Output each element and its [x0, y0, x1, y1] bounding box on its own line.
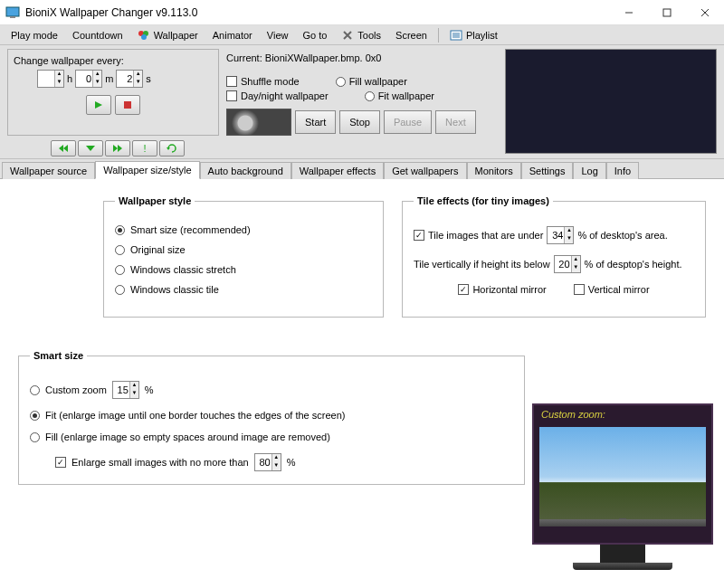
- smart-fit-label: Fit (enlarge image until one border touc…: [45, 410, 345, 421]
- close-button[interactable]: [686, 0, 724, 25]
- interval-label: Change wallpaper every:: [14, 55, 213, 66]
- tab-log[interactable]: Log: [573, 162, 605, 179]
- wallpaper-icon: [138, 29, 150, 42]
- tile-under-spinner[interactable]: ▲▼: [547, 226, 574, 244]
- style-smart-radio[interactable]: Smart size (recommended): [115, 224, 372, 235]
- stop-media-button[interactable]: [115, 95, 140, 115]
- enlarge-label: Enlarge small images with no more than: [71, 457, 249, 468]
- svg-marker-13: [95, 101, 102, 109]
- play-button[interactable]: [86, 95, 111, 115]
- minimize-button[interactable]: [610, 0, 648, 25]
- svg-rect-0: [6, 7, 19, 16]
- shuffle-label: Shuffle mode: [241, 76, 300, 87]
- menu-tools[interactable]: Tools: [334, 27, 388, 43]
- mid-column: Current: BioniXWallpaper.bmp. 0x0 Shuffl…: [226, 49, 498, 155]
- tile-under-checkbox[interactable]: ✓: [414, 230, 424, 241]
- smart-size-group: Smart size Custom zoom ▲▼ % Fit (enlarge…: [18, 350, 525, 485]
- smart-fill-label: Fill (enlarge image so empty spaces arou…: [45, 432, 330, 442]
- menu-screen[interactable]: Screen: [388, 28, 434, 43]
- nav-first-button[interactable]: [51, 140, 76, 156]
- menu-wallpaper[interactable]: Wallpaper: [130, 27, 205, 43]
- seconds-spinner[interactable]: ▲▼: [116, 70, 143, 88]
- svg-marker-17: [86, 146, 95, 151]
- tape-graphic: [226, 109, 291, 136]
- shuffle-checkbox[interactable]: Shuffle mode: [226, 76, 300, 87]
- menu-wallpaper-label: Wallpaper: [154, 30, 198, 41]
- menu-playlist[interactable]: Playlist: [443, 27, 505, 43]
- menu-play-mode[interactable]: Play mode: [4, 28, 65, 43]
- smart-fill-radio[interactable]: Fill (enlarge image so empty spaces arou…: [30, 432, 513, 442]
- interval-group: Change wallpaper every: ▲▼ h ▲▼ m ▲▼ s: [7, 49, 219, 136]
- style-original-label: Original size: [130, 244, 186, 255]
- vmirror-checkbox[interactable]: Vertical mirror: [574, 284, 650, 295]
- tab-auto-background[interactable]: Auto background: [200, 162, 291, 179]
- svg-rect-14: [124, 101, 131, 109]
- pause-button[interactable]: Pause: [384, 110, 432, 134]
- start-button[interactable]: Start: [295, 110, 336, 134]
- nav-warn-button[interactable]: !: [132, 140, 157, 156]
- tab-info[interactable]: Info: [606, 162, 639, 179]
- enlarge-spinner[interactable]: ▲▼: [254, 453, 281, 471]
- smart-custom-radio[interactable]: Custom zoom ▲▼ %: [30, 381, 513, 399]
- stop-button[interactable]: Stop: [339, 110, 380, 134]
- nav-last-button[interactable]: [105, 140, 130, 156]
- fill-label: Fill wallpaper: [349, 76, 407, 87]
- playlist-icon: [450, 29, 462, 42]
- wallpaper-style-group: Wallpaper style Smart size (recommended)…: [103, 195, 384, 318]
- vmirror-label: Vertical mirror: [588, 284, 650, 295]
- wallpaper-style-legend: Wallpaper style: [115, 195, 195, 206]
- next-button[interactable]: Next: [435, 110, 476, 134]
- smart-custom-spinner[interactable]: ▲▼: [112, 381, 139, 399]
- style-classic-stretch-radio[interactable]: Windows classic stretch: [115, 264, 372, 275]
- monitor-preview: Custom zoom:: [532, 403, 713, 570]
- svg-point-8: [141, 34, 147, 40]
- seconds-label: s: [146, 73, 151, 84]
- tab-wallpaper-source[interactable]: Wallpaper source: [2, 162, 95, 179]
- pct-label-1: %: [145, 384, 154, 395]
- minutes-spinner[interactable]: ▲▼: [75, 70, 102, 88]
- menu-view[interactable]: View: [260, 28, 296, 43]
- tab-settings[interactable]: Settings: [521, 162, 574, 179]
- hmirror-checkbox[interactable]: ✓Horizontal mirror: [458, 284, 546, 295]
- daynight-label: Day/night wallpaper: [241, 90, 329, 101]
- menu-tools-label: Tools: [357, 30, 381, 41]
- tab-wallpaper-effects[interactable]: Wallpaper effects: [291, 162, 384, 179]
- daynight-checkbox[interactable]: Day/night wallpaper: [226, 90, 329, 101]
- tab-wallpaper-size-style[interactable]: Wallpaper size/style: [95, 161, 199, 179]
- style-classic-tile-radio[interactable]: Windows classic tile: [115, 284, 372, 295]
- menu-goto[interactable]: Go to: [295, 28, 334, 43]
- svg-rect-1: [10, 16, 15, 18]
- hmirror-label: Horizontal mirror: [472, 284, 546, 295]
- smart-custom-label: Custom zoom: [45, 384, 107, 395]
- enlarge-checkbox[interactable]: ✓: [55, 457, 66, 468]
- tile-under-label-b: % of desktop's area.: [577, 230, 667, 241]
- menu-separator: [438, 28, 439, 43]
- fit-radio[interactable]: Fit wallpaper: [365, 90, 434, 101]
- tabs: Wallpaper source Wallpaper size/style Au…: [0, 159, 724, 179]
- titlebar: BioniX Wallpaper Changer v9.113.0: [0, 0, 724, 25]
- tab-get-wallpapers[interactable]: Get wallpapers: [384, 162, 466, 179]
- wallpaper-preview: [505, 49, 717, 154]
- maximize-button[interactable]: [648, 0, 686, 25]
- svg-marker-16: [63, 145, 68, 152]
- nav-buttons: !: [51, 140, 185, 156]
- svg-marker-21: [167, 147, 170, 150]
- minutes-label: m: [105, 73, 113, 84]
- style-original-radio[interactable]: Original size: [115, 244, 372, 255]
- tile-vert-spinner[interactable]: ▲▼: [554, 255, 581, 273]
- tab-monitors[interactable]: Monitors: [467, 162, 521, 179]
- tab-body: Wallpaper style Smart size (recommended)…: [0, 179, 724, 586]
- pct-label-2: %: [287, 457, 296, 468]
- smart-fit-radio[interactable]: Fit (enlarge image until one border touc…: [30, 410, 513, 421]
- app-icon: [5, 5, 20, 20]
- monitor-preview-image: [539, 427, 706, 526]
- nav-down-button[interactable]: [78, 140, 103, 156]
- fill-radio[interactable]: Fill wallpaper: [336, 76, 407, 87]
- menu-animator[interactable]: Animator: [205, 28, 260, 43]
- tile-vert-label-a: Tile vertically if height its below: [414, 259, 550, 270]
- hours-spinner[interactable]: ▲▼: [37, 70, 64, 88]
- window-title: BioniX Wallpaper Changer v9.113.0: [25, 6, 197, 19]
- menu-countdown[interactable]: Countdown: [65, 28, 130, 43]
- nav-refresh-button[interactable]: [159, 140, 185, 156]
- svg-rect-3: [663, 9, 671, 16]
